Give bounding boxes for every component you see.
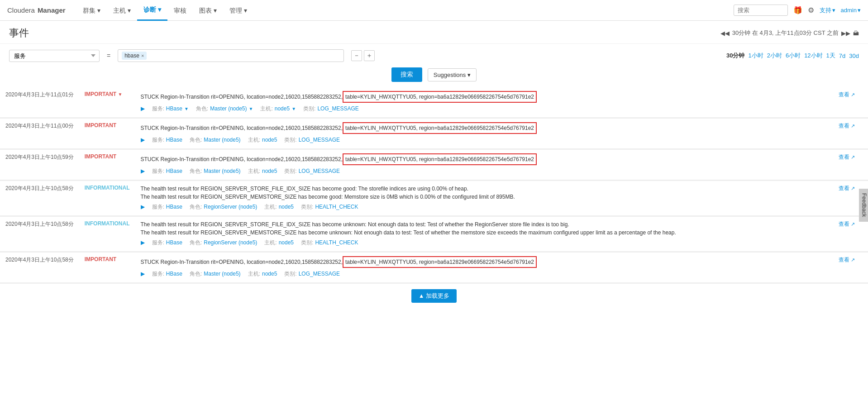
sort-arrow-icon[interactable]: ▼: [291, 105, 296, 112]
message-line: The health test result for REGION_SERVER…: [141, 221, 569, 228]
table-row: 2020年4月3日上午10点59分IMPORTANTSTUCK Region-I…: [0, 150, 868, 180]
gift-icon[interactable]: 🎁: [793, 6, 802, 14]
view-link[interactable]: 查看 ↗: [839, 123, 855, 129]
time-range-30min[interactable]: 30分钟: [726, 52, 744, 60]
message-highlight: table=KYLIN_HWXQTTYU05, region=ba6a12829…: [343, 122, 537, 134]
time-range-7d[interactable]: 7d: [839, 52, 845, 59]
meta-role: 角色: RegionServer (node5): [190, 203, 257, 211]
meta-host-value[interactable]: node5: [262, 136, 277, 144]
expand-icon[interactable]: ▶: [141, 136, 145, 144]
meta-service-value[interactable]: HBase ▼: [166, 105, 189, 113]
meta-service-value[interactable]: HBase: [166, 167, 182, 175]
table-row: 2020年4月3日上午11点01分IMPORTANT ▼STUCK Region…: [0, 87, 868, 118]
filter-row: 服务 = hbase × － ＋ 30分钟 1小时 2小时 6小时 12小时 1…: [0, 44, 868, 67]
nav-item-diagnostics[interactable]: 诊断 ▾: [137, 0, 167, 21]
expand-icon[interactable]: ▶: [141, 270, 145, 278]
suggestions-button[interactable]: Suggestions ▾: [428, 68, 477, 81]
time-range-12h[interactable]: 12小时: [804, 52, 822, 60]
time-range-2h[interactable]: 2小时: [767, 52, 782, 60]
meta-host-value[interactable]: node5: [262, 270, 277, 278]
event-meta: ▶ 服务: HBase 角色: Master (node5) 主机: node5…: [141, 165, 828, 176]
meta-role-label: 角色:: [196, 105, 208, 113]
support-button[interactable]: 支持 ▾: [820, 6, 835, 14]
time-range-1d[interactable]: 1天: [826, 52, 835, 60]
admin-button[interactable]: admin ▾: [841, 7, 861, 14]
meta-service-value[interactable]: HBase: [166, 238, 182, 247]
event-meta: ▶ 服务: HBase 角色: RegionServer (node5) 主机:…: [141, 201, 828, 212]
time-range-6h[interactable]: 6小时: [786, 52, 801, 60]
meta-host-value[interactable]: node5 ▼: [275, 105, 296, 113]
meta-category-value[interactable]: HEALTH_CHECK: [315, 238, 358, 247]
nav-item-manage[interactable]: 管理 ▾: [223, 0, 253, 21]
meta-host-value[interactable]: node5: [262, 167, 277, 175]
nav-item-chart[interactable]: 图表 ▾: [193, 0, 223, 21]
meta-role-value[interactable]: RegionServer (node5): [204, 238, 257, 247]
meta-service-value[interactable]: HBase: [166, 270, 182, 278]
meta-host: 主机: node5: [264, 203, 294, 211]
meta-host-label: 主机:: [248, 167, 260, 175]
meta-role-value[interactable]: Master (node5): [204, 270, 240, 278]
event-meta: ▶ 服务: HBase 角色: RegionServer (node5) 主机:…: [141, 237, 828, 248]
meta-category-value[interactable]: LOG_MESSAGE: [299, 136, 340, 144]
meta-host-value[interactable]: node5: [279, 203, 294, 211]
chevron-down-icon: ▾: [128, 0, 131, 21]
expand-icon[interactable]: ▶: [141, 167, 145, 175]
nav-item-cluster[interactable]: 群集 ▾: [76, 0, 107, 21]
chevron-down-icon: ▾: [832, 7, 835, 14]
meta-category-value[interactable]: LOG_MESSAGE: [317, 105, 358, 113]
nav-item-audit[interactable]: 审核: [167, 0, 193, 21]
event-message: STUCK Region-In-Transition rit=OPENING, …: [135, 253, 833, 283]
view-link[interactable]: 查看 ↗: [839, 91, 855, 98]
view-link[interactable]: 查看 ↗: [839, 154, 855, 160]
nav-item-host[interactable]: 主机 ▾: [107, 0, 137, 21]
expand-icon[interactable]: ▶: [141, 238, 145, 247]
meta-role-value[interactable]: Master (node5): [204, 136, 240, 144]
sort-arrow-icon[interactable]: ▼: [118, 92, 123, 97]
search-button[interactable]: 搜索: [391, 67, 422, 82]
meta-host-value[interactable]: node5: [279, 238, 294, 247]
message-prefix: STUCK Region-In-Transition rit=OPENING, …: [141, 94, 343, 100]
table-row: 2020年4月3日上午10点58分INFORMATIONALThe health…: [0, 181, 868, 216]
sort-arrow-icon[interactable]: ▼: [184, 105, 189, 112]
meta-role-value[interactable]: RegionServer (node5): [204, 203, 257, 211]
search-input[interactable]: [734, 5, 788, 16]
sort-arrow-icon[interactable]: ▼: [249, 105, 253, 112]
meta-role-value[interactable]: Master (node5) ▼: [210, 105, 253, 113]
load-more-button[interactable]: ▲ 加载更多: [411, 289, 457, 303]
forward-forward-icon[interactable]: ▶▶: [841, 30, 850, 37]
back-back-icon[interactable]: ◀◀: [720, 30, 730, 37]
time-range-30d[interactable]: 30d: [849, 52, 859, 59]
expand-icon[interactable]: ▶: [141, 105, 145, 113]
filter-plus-button[interactable]: ＋: [364, 50, 375, 61]
meta-category-label: 类别:: [303, 105, 315, 113]
meta-role-label: 角色:: [190, 203, 202, 211]
filter-eq: =: [105, 52, 112, 59]
view-link[interactable]: 查看 ↗: [839, 221, 855, 227]
event-severity: INFORMATIONAL: [79, 217, 135, 252]
meta-service-value[interactable]: HBase: [166, 203, 182, 211]
expand-icon[interactable]: ▶: [141, 203, 145, 211]
meta-category-value[interactable]: HEALTH_CHECK: [315, 203, 358, 211]
host-icon[interactable]: ⚙: [808, 6, 814, 14]
external-link-icon: ↗: [851, 186, 855, 191]
filter-tag-close[interactable]: ×: [141, 53, 144, 58]
meta-service-value[interactable]: HBase: [166, 136, 182, 144]
event-time: 2020年4月3日上午10点58分: [0, 217, 79, 252]
chart-icon[interactable]: 🏔: [853, 30, 859, 37]
view-link[interactable]: 查看 ↗: [839, 257, 855, 263]
event-time: 2020年4月3日上午11点01分: [0, 87, 79, 118]
time-range-1h[interactable]: 1小时: [748, 52, 763, 60]
event-action: 查看 ↗: [833, 150, 868, 180]
filter-select[interactable]: 服务: [9, 50, 100, 62]
meta-category-value[interactable]: LOG_MESSAGE: [299, 167, 340, 175]
event-severity: IMPORTANT: [79, 119, 135, 149]
message-prefix: STUCK Region-In-Transition rit=OPENING, …: [141, 259, 343, 265]
meta-category-value[interactable]: LOG_MESSAGE: [299, 270, 340, 278]
meta-role-value[interactable]: Master (node5): [204, 167, 240, 175]
event-message: STUCK Region-In-Transition rit=OPENING, …: [135, 150, 833, 180]
meta-category-label: 类别:: [301, 238, 313, 247]
event-action: 查看 ↗: [833, 217, 868, 252]
filter-minus-button[interactable]: －: [351, 50, 362, 61]
view-link[interactable]: 查看 ↗: [839, 185, 855, 191]
feedback-tab[interactable]: Feedback: [859, 189, 868, 222]
